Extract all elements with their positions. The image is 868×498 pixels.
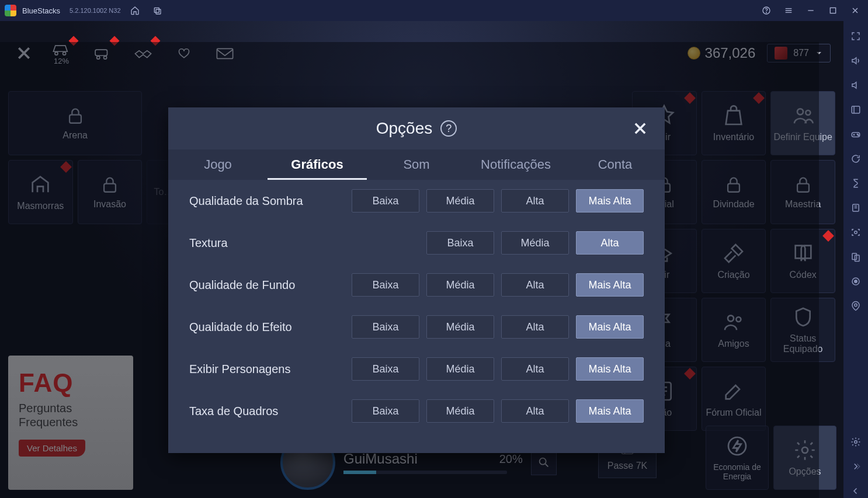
setting-row: Taxa de QuadrosBaixaMédiaAltaMais Alta xyxy=(189,390,644,432)
option-button[interactable]: Mais Alta xyxy=(576,189,644,213)
home-button[interactable] xyxy=(127,2,143,19)
svg-point-8 xyxy=(858,135,859,136)
setting-row: TexturaBaixaMédiaAlta xyxy=(189,222,644,264)
bluestacks-name: BlueStacks xyxy=(22,6,60,15)
recents-button[interactable] xyxy=(149,2,165,19)
option-button[interactable]: Mais Alta xyxy=(576,273,644,297)
option-button[interactable]: Baixa xyxy=(352,315,419,339)
bluestacks-titlebar: BlueStacks 5.2.120.1002 N32 xyxy=(0,0,868,21)
setting-row: Exibir PersonagensBaixaMédiaAltaMais Alt… xyxy=(189,348,644,390)
option-button[interactable]: Baixa xyxy=(352,273,419,297)
modal-tabs: Jogo Gráficos Som Notificações Conta xyxy=(168,149,665,180)
svg-point-16 xyxy=(855,441,857,444)
setting-label: Qualidade de Fundo xyxy=(189,278,335,292)
svg-point-15 xyxy=(855,304,857,307)
close-icon xyxy=(632,120,648,137)
help-button[interactable] xyxy=(758,2,775,19)
back-icon[interactable] xyxy=(849,484,863,498)
setting-row: Qualidade de FundoBaixaMédiaAltaMais Alt… xyxy=(189,264,644,306)
bluestacks-logo-icon xyxy=(5,5,16,16)
setting-label: Textura xyxy=(189,236,335,250)
option-group: BaixaMédiaAltaMais Alta xyxy=(352,273,644,297)
bluestacks-sidebar xyxy=(843,21,868,498)
option-button[interactable]: Média xyxy=(426,273,494,297)
keymap-icon[interactable] xyxy=(849,103,863,117)
game-viewport: 12% 367,026 877 Arena xyxy=(0,21,843,498)
option-group: BaixaMédiaAltaMais Alta xyxy=(352,315,644,339)
tab-jogo[interactable]: Jogo xyxy=(168,149,268,180)
macro-icon[interactable] xyxy=(849,274,863,288)
option-group: BaixaMédiaAlta xyxy=(352,231,644,255)
option-button[interactable]: Alta xyxy=(501,315,569,339)
bluestacks-version: 5.2.120.1002 N32 xyxy=(70,7,120,14)
svg-rect-5 xyxy=(852,106,860,113)
screenshot-icon[interactable] xyxy=(849,225,863,239)
option-button[interactable]: Mais Alta xyxy=(576,399,644,423)
option-group: BaixaMédiaAltaMais Alta xyxy=(352,399,644,423)
multi-instance-icon[interactable] xyxy=(849,250,863,264)
modal-title: Opções xyxy=(376,119,433,138)
hamburger-menu-button[interactable] xyxy=(780,2,797,19)
tab-notificacoes[interactable]: Notificações xyxy=(466,149,565,180)
sync-icon[interactable] xyxy=(849,152,863,166)
option-button[interactable]: Alta xyxy=(501,273,569,297)
svg-rect-1 xyxy=(156,9,161,14)
svg-point-10 xyxy=(855,231,857,234)
tab-graficos[interactable]: Gráficos xyxy=(268,149,367,180)
tab-conta[interactable]: Conta xyxy=(565,149,665,180)
gamepad-icon[interactable] xyxy=(849,127,863,141)
setting-label: Exibir Personagens xyxy=(189,363,335,376)
option-group: BaixaMédiaAltaMais Alta xyxy=(352,357,644,381)
svg-rect-4 xyxy=(830,8,835,13)
fullscreen-icon[interactable] xyxy=(849,29,863,43)
svg-rect-0 xyxy=(154,8,159,12)
option-group: BaixaMédiaAltaMais Alta xyxy=(352,189,644,213)
setting-label: Qualidade da Sombra xyxy=(189,194,335,208)
setting-label: Qualidade do Efeito xyxy=(189,321,335,334)
option-button[interactable]: Alta xyxy=(576,231,644,255)
svg-point-14 xyxy=(855,280,857,283)
option-button[interactable]: Média xyxy=(501,231,569,255)
option-button[interactable]: Média xyxy=(426,189,494,213)
location-icon[interactable] xyxy=(849,299,863,313)
hourglass-icon[interactable] xyxy=(849,176,863,190)
apk-icon[interactable] xyxy=(849,201,863,215)
minimize-button[interactable] xyxy=(803,2,819,19)
modal-header: Opções ? xyxy=(168,107,665,149)
option-button[interactable]: Baixa xyxy=(352,189,419,213)
option-button[interactable]: Alta xyxy=(501,399,569,423)
close-button[interactable] xyxy=(847,2,863,19)
option-button[interactable]: Mais Alta xyxy=(576,315,644,339)
option-button[interactable]: Média xyxy=(426,315,494,339)
tab-som[interactable]: Som xyxy=(367,149,466,180)
setting-label: Taxa de Quadros xyxy=(189,405,335,418)
option-button[interactable]: Mais Alta xyxy=(576,357,644,381)
maximize-button[interactable] xyxy=(825,2,841,19)
modal-help-button[interactable]: ? xyxy=(440,120,457,137)
modal-close-button[interactable] xyxy=(630,118,651,139)
options-modal: Opções ? Jogo Gráficos Som Notificações … xyxy=(168,107,665,453)
volume-down-icon[interactable] xyxy=(849,78,863,92)
settings-icon[interactable] xyxy=(849,435,863,449)
volume-up-icon[interactable] xyxy=(849,54,863,68)
option-button[interactable]: Baixa xyxy=(426,231,494,255)
svg-point-3 xyxy=(766,12,767,13)
option-button[interactable]: Média xyxy=(426,357,494,381)
notification-dot-icon xyxy=(822,230,834,242)
modal-body: Qualidade da SombraBaixaMédiaAltaMais Al… xyxy=(168,180,665,453)
option-button[interactable]: Baixa xyxy=(352,399,419,423)
option-button[interactable]: Alta xyxy=(501,357,569,381)
collapse-sidebar-icon[interactable] xyxy=(849,459,863,473)
setting-row: Qualidade do EfeitoBaixaMédiaAltaMais Al… xyxy=(189,306,644,348)
setting-row: Qualidade da SombraBaixaMédiaAltaMais Al… xyxy=(189,180,644,222)
option-button[interactable]: Alta xyxy=(501,189,569,213)
option-button[interactable]: Média xyxy=(426,399,494,423)
option-button[interactable]: Baixa xyxy=(352,357,419,381)
